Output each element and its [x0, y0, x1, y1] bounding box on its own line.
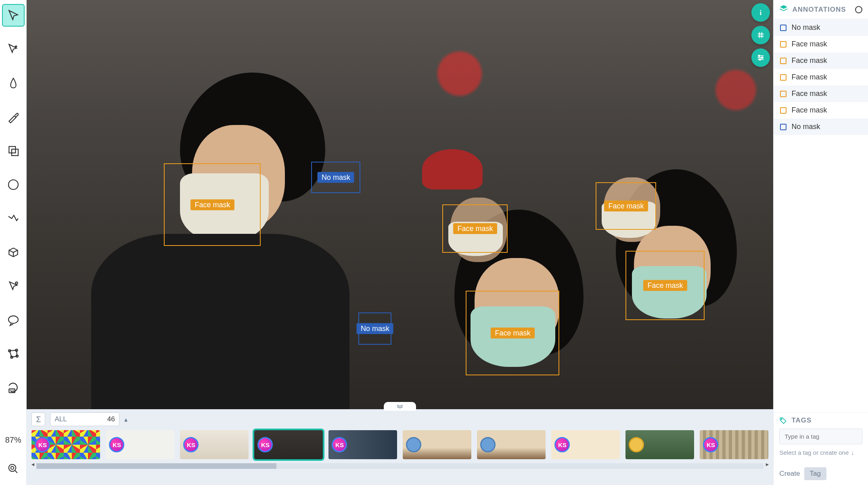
annotation-color-swatch [780, 25, 786, 31]
svg-point-12 [760, 10, 761, 11]
bbox-label[interactable]: Face mask [190, 199, 234, 210]
polyline-tool[interactable] [2, 207, 25, 230]
thumbnail[interactable]: KS [180, 430, 249, 459]
thumbnail[interactable]: KS [551, 430, 620, 459]
canvas[interactable]: Face maskNo maskFace maskFace maskFace m… [27, 0, 773, 409]
person-shape [422, 149, 483, 189]
main-area: Face maskNo maskFace maskFace maskFace m… [27, 0, 773, 485]
filmstrip-collapse-handle[interactable] [384, 402, 416, 411]
bbox-label[interactable]: No mask [357, 323, 393, 334]
cube-tool[interactable] [2, 241, 25, 264]
filmstrip: Σ ALL 46 ▴ KSKSKSKSKSKSKS ◄ ► [27, 409, 773, 485]
bbox-label[interactable]: Face mask [453, 223, 497, 234]
thumbnail[interactable] [403, 430, 471, 459]
tags-header: TAGS [779, 416, 862, 425]
sigma-icon: Σ [36, 415, 41, 424]
create-tag-button[interactable]: Create [779, 470, 800, 478]
svg-point-14 [759, 55, 760, 57]
annotation-item[interactable]: Face mask [774, 69, 868, 85]
annotation-item[interactable]: No mask [774, 119, 868, 135]
circle-tool[interactable] [2, 173, 25, 196]
filter-label: ALL [54, 415, 67, 423]
thumbnail[interactable]: KS [31, 430, 100, 459]
annotation-color-swatch [780, 41, 786, 48]
zoom-level: 87% [5, 435, 21, 445]
svg-point-16 [759, 59, 761, 60]
svg-rect-0 [9, 146, 15, 153]
bbox-label[interactable]: Face mask [643, 280, 687, 291]
thumbnail[interactable]: KS [328, 430, 397, 459]
tag-input[interactable] [779, 429, 862, 444]
left-toolbar: 87% [0, 0, 27, 485]
filter-count: 46 [107, 415, 115, 423]
thumbnail[interactable] [477, 430, 546, 459]
thumbnail-avatar [480, 437, 496, 452]
annotations-toggle-icon[interactable] [855, 6, 862, 13]
graph-tool[interactable] [2, 343, 25, 365]
thumbnail-avatar [406, 437, 421, 452]
shortcuts-button[interactable] [751, 26, 770, 44]
text-annotation-tool[interactable] [2, 377, 25, 399]
settings-button[interactable] [751, 48, 770, 67]
sigma-button[interactable]: Σ [31, 412, 45, 426]
layers-icon [779, 4, 788, 15]
thumbnail-strip: KSKSKSKSKSKSKS [27, 428, 773, 462]
tag-actions: Create Tag [774, 462, 868, 485]
filter-dropdown[interactable]: ALL 46 [50, 412, 119, 426]
magic-wand-tool[interactable] [2, 38, 25, 60]
brush-tool[interactable] [2, 106, 25, 128]
thumbnail[interactable]: KS [254, 430, 323, 459]
thumbnail[interactable]: KS [700, 430, 768, 459]
keypoint-tool[interactable] [2, 275, 25, 298]
svg-point-4 [8, 316, 18, 323]
annotation-color-swatch [780, 124, 786, 130]
info-button[interactable] [751, 3, 770, 22]
annotation-label: Face mask [791, 56, 827, 65]
tag-hint: Select a tag or create one ↓ [779, 449, 862, 456]
person-shape [91, 234, 349, 409]
svg-point-17 [781, 418, 782, 420]
scrollbar-thumb[interactable] [36, 463, 276, 469]
bbox-label[interactable]: No mask [318, 172, 354, 183]
zoom-reset-button[interactable] [2, 458, 25, 480]
thumbnail-avatar: KS [332, 437, 347, 452]
thumbnail[interactable] [625, 430, 694, 459]
annotation-label: Face mask [791, 40, 827, 48]
canvas-float-buttons [751, 3, 770, 67]
thumbnail-avatar: KS [703, 437, 718, 452]
filter-chevron-up-icon[interactable]: ▴ [124, 416, 128, 423]
annotation-item[interactable]: Face mask [774, 52, 868, 69]
annotation-color-swatch [780, 107, 786, 114]
arrow-down-icon: ↓ [851, 449, 854, 456]
apply-tag-button[interactable]: Tag [804, 467, 826, 480]
scroll-right-button[interactable]: ► [763, 462, 771, 467]
scroll-left-button[interactable]: ◄ [29, 462, 36, 467]
svg-point-15 [761, 57, 763, 58]
annotation-label: Face mask [791, 106, 827, 114]
annotation-label: Face mask [791, 73, 827, 81]
annotation-color-swatch [780, 58, 786, 64]
annotation-item[interactable]: Face mask [774, 85, 868, 102]
comment-tool[interactable] [2, 309, 25, 331]
pen-tool[interactable] [2, 72, 25, 94]
pointer-tool[interactable] [2, 4, 25, 27]
copy-tool[interactable] [2, 139, 25, 162]
bbox-label[interactable]: Face mask [491, 328, 534, 339]
thumbnail-avatar: KS [109, 437, 124, 452]
app-root: 87% Face maskNo maskFace mask [0, 0, 868, 485]
annotation-item[interactable]: Face mask [774, 36, 868, 52]
thumbnail-avatar: KS [183, 437, 199, 452]
annotation-label: Face mask [791, 90, 827, 98]
thumbnail[interactable]: KS [106, 430, 174, 459]
annotations-title: ANNOTATIONS [792, 6, 846, 14]
svg-point-11 [10, 466, 14, 470]
annotation-item[interactable]: Face mask [774, 102, 868, 119]
scrollbar-track[interactable] [36, 463, 763, 469]
tags-section: TAGS Select a tag or create one ↓ [774, 412, 868, 462]
thumbnail-avatar [629, 437, 644, 452]
bbox-label[interactable]: Face mask [604, 201, 648, 212]
svg-rect-1 [12, 149, 18, 156]
annotation-color-swatch [780, 74, 786, 81]
annotation-item[interactable]: No mask [774, 19, 868, 36]
filmstrip-filter-row: Σ ALL 46 ▴ [27, 409, 773, 428]
